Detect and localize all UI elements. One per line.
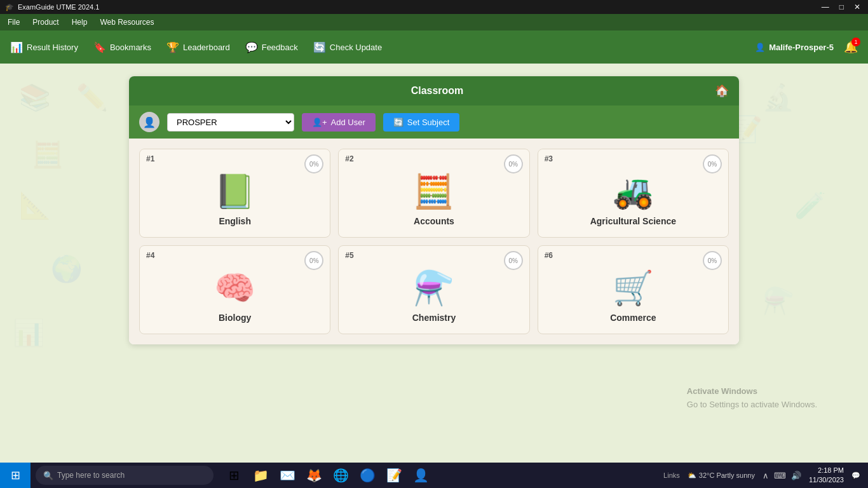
taskbar-app-firefox[interactable]: 🦊: [301, 463, 327, 488]
search-icon: 🔍: [43, 471, 53, 480]
nav-bar: 📊 Result History 🔖 Bookmarks 🏆 Leaderboa…: [0, 30, 868, 64]
close-button[interactable]: ✕: [851, 3, 863, 11]
bell-button[interactable]: 🔔 1: [844, 40, 858, 54]
nav-leaderboard[interactable]: 🏆 Leaderboard: [166, 41, 230, 53]
subject-number-4: #4: [146, 251, 154, 260]
weather-text: 32°C Partly sunny: [699, 471, 755, 479]
menu-help[interactable]: Help: [72, 18, 88, 27]
activate-desc: Go to Settings to activate Windows.: [687, 398, 817, 412]
app-icon: 🎓: [5, 3, 14, 11]
volume-icon[interactable]: 🔊: [791, 471, 801, 480]
menu-web-resources[interactable]: Web Resources: [100, 18, 154, 27]
username-label: Malife-Prosper-5: [769, 43, 834, 52]
bell-badge: 1: [851, 37, 860, 46]
minimize-button[interactable]: —: [819, 3, 832, 11]
subject-percent-1: 0%: [304, 154, 323, 173]
subject-icon-commerce: 🛒: [613, 269, 654, 308]
subject-number-2: #2: [345, 154, 353, 163]
taskbar-weather: ⛅ 32°C Partly sunny: [688, 471, 755, 480]
subject-percent-3: 0%: [703, 154, 722, 173]
subject-percent-6: 0%: [703, 251, 722, 270]
subject-icon-accounts: 🧮: [413, 172, 454, 211]
taskbar-app-grid[interactable]: ⊞: [221, 463, 247, 488]
taskbar-search-placeholder: Type here to search: [57, 471, 125, 480]
taskbar-app-edge[interactable]: 🌐: [328, 463, 353, 488]
taskbar-system-icons: ∧ ⌨ 🔊: [763, 471, 801, 480]
classroom-user-avatar: 👤: [139, 112, 159, 132]
nav-bookmarks[interactable]: 🔖 Bookmarks: [93, 41, 151, 53]
nav-result-history[interactable]: 📊 Result History: [10, 41, 78, 53]
bookmarks-label: Bookmarks: [110, 43, 151, 52]
menu-file[interactable]: File: [8, 18, 20, 27]
taskbar: ⊞ 🔍 Type here to search ⊞ 📁 ✉️ 🦊 🌐 🔵 📝 👤…: [0, 463, 868, 488]
chevron-up-icon[interactable]: ∧: [763, 471, 769, 480]
subject-number-6: #6: [545, 251, 553, 260]
subject-card-commerce[interactable]: #6 0% 🛒 Commerce: [538, 245, 729, 334]
taskbar-clock[interactable]: 2:18 PM 11/30/2023: [809, 466, 844, 485]
subject-number-1: #1: [146, 154, 154, 163]
nav-check-update[interactable]: 🔄 Check Update: [313, 41, 382, 53]
taskbar-app-examguide[interactable]: 👤: [408, 463, 433, 488]
taskbar-app-chrome[interactable]: 🔵: [355, 463, 380, 488]
taskbar-search-box[interactable]: 🔍 Type here to search: [36, 466, 214, 485]
subject-icon-agricultural-science: 🚜: [613, 172, 654, 211]
add-user-icon: 👤+: [312, 118, 327, 127]
subject-card-biology[interactable]: #4 0% 🧠 Biology: [139, 245, 330, 334]
subject-card-agricultural-science[interactable]: #3 0% 🚜 Agricultural Science: [538, 149, 729, 238]
nav-feedback[interactable]: 💬 Feedback: [245, 41, 298, 53]
activate-windows-watermark: Activate Windows Go to Settings to activ…: [687, 385, 817, 412]
subject-percent-5: 0%: [504, 251, 523, 270]
subject-card-chemistry[interactable]: #5 0% ⚗️ Chemistry: [338, 245, 529, 334]
maximize-button[interactable]: □: [837, 3, 846, 11]
leaderboard-icon: 🏆: [166, 41, 179, 53]
main-content: 📚 ✏️ 🔬 🧮 📐 🌍 📊 📝 🧪 ⚗️ Activate Windows G…: [0, 64, 868, 463]
activate-title: Activate Windows: [687, 385, 817, 398]
classroom-toolbar: 👤 PROSPER 👤+ Add User 🔄 Set Subject: [129, 105, 739, 139]
subject-name-biology: Biology: [219, 313, 251, 323]
subject-name-english: English: [219, 216, 251, 226]
taskbar-app-folder[interactable]: 📁: [248, 463, 273, 488]
taskbar-date-value: 11/30/2023: [809, 475, 844, 485]
check-update-label: Check Update: [330, 43, 382, 52]
classroom-panel: Classroom 🏠 👤 PROSPER 👤+ Add User 🔄 Set …: [129, 76, 739, 344]
classroom-header: Classroom 🏠: [129, 76, 739, 105]
taskbar-apps: ⊞ 📁 ✉️ 🦊 🌐 🔵 📝 👤: [221, 463, 433, 488]
subject-name-agricultural-science: Agricultural Science: [590, 216, 676, 226]
subject-icon-chemistry: ⚗️: [413, 269, 454, 308]
home-button[interactable]: 🏠: [715, 84, 729, 98]
title-bar: 🎓 ExamGuide UTME 2024.1 — □ ✕: [0, 0, 868, 14]
start-button[interactable]: ⊞: [0, 463, 31, 488]
subject-number-3: #3: [545, 154, 553, 163]
taskbar-app-word[interactable]: 📝: [381, 463, 407, 488]
subject-percent-4: 0%: [304, 251, 323, 270]
bookmarks-icon: 🔖: [93, 41, 106, 53]
classroom-title: Classroom: [159, 85, 715, 97]
add-user-button[interactable]: 👤+ Add User: [302, 113, 376, 132]
subject-icon-english: 📗: [214, 172, 255, 211]
taskbar-app-mail[interactable]: ✉️: [275, 463, 300, 488]
subject-name-commerce: Commerce: [610, 313, 656, 323]
taskbar-links-label: Links: [663, 471, 680, 479]
leaderboard-label: Leaderboard: [183, 43, 230, 52]
taskbar-right: Links ⛅ 32°C Partly sunny ∧ ⌨ 🔊 2:18 PM …: [663, 466, 868, 485]
subject-name-chemistry: Chemistry: [412, 313, 456, 323]
menu-bar: File Product Help Web Resources: [0, 14, 868, 30]
subject-card-accounts[interactable]: #2 0% 🧮 Accounts: [338, 149, 529, 238]
user-select-dropdown[interactable]: PROSPER: [167, 113, 294, 132]
subject-number-5: #5: [345, 251, 353, 260]
menu-product[interactable]: Product: [32, 18, 58, 27]
weather-icon: ⛅: [688, 471, 696, 480]
app-title: ExamGuide UTME 2024.1: [18, 3, 99, 11]
notification-icon[interactable]: 💬: [851, 471, 860, 480]
subject-name-accounts: Accounts: [414, 216, 454, 226]
subject-icon-biology: 🧠: [214, 269, 255, 308]
result-history-icon: 📊: [10, 41, 23, 53]
subject-percent-2: 0%: [504, 154, 523, 173]
subject-card-english[interactable]: #1 0% 📗 English: [139, 149, 330, 238]
user-avatar-icon: 👤: [755, 43, 765, 52]
check-update-icon: 🔄: [313, 41, 326, 53]
set-subject-button[interactable]: 🔄 Set Subject: [383, 113, 460, 132]
set-subject-icon: 🔄: [393, 118, 403, 127]
feedback-icon: 💬: [245, 41, 258, 53]
keyboard-icon: ⌨: [774, 471, 786, 480]
